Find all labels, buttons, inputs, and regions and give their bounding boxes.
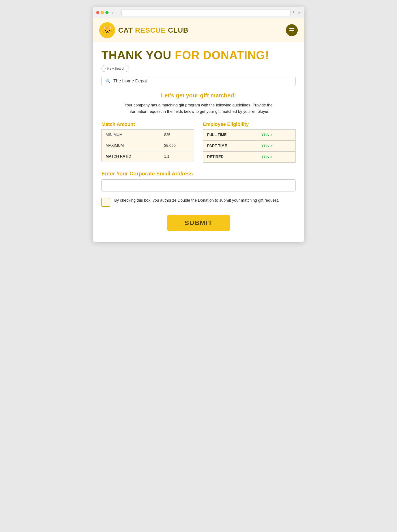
logo-rescue: RESCUE xyxy=(135,26,166,34)
retired-label: RETIRED xyxy=(203,151,257,163)
menu-line-2 xyxy=(289,30,294,31)
search-icon: 🔍 xyxy=(105,78,111,84)
full-time-value: YES ✓ xyxy=(257,129,295,140)
match-ratio-label: MATCH RATIO xyxy=(102,151,160,162)
eligibility-label: Employee Eligibility xyxy=(203,121,296,127)
url-bar[interactable] xyxy=(121,9,291,16)
match-heading: Let's get your gift matched! xyxy=(101,92,296,99)
nav-buttons: ‹ › xyxy=(111,10,119,15)
browser-window: ‹ › ↻ ⤢ 🐱 CAT RESCUE CLUB THANK Y xyxy=(93,7,304,242)
menu-line-3 xyxy=(289,32,294,32)
retired-value: YES ✓ xyxy=(257,151,295,163)
match-amount-table: MINIMUM $25 MAXIMUM $5,000 MATCH RATIO 1… xyxy=(101,129,194,162)
match-amount-label: Match Amount xyxy=(101,121,194,127)
email-section: Enter Your Corporate Email Address xyxy=(101,171,296,192)
table-row: PART TIME YES ✓ xyxy=(203,140,296,151)
thank-you-gold-text: FOR DONATING! xyxy=(175,49,269,61)
checkbox-row: By checking this box, you authorize Doub… xyxy=(101,198,296,207)
search-input[interactable] xyxy=(113,79,292,84)
new-search-button[interactable]: ‹ New Search xyxy=(101,65,129,72)
submit-button[interactable]: SUBMIT xyxy=(167,215,230,231)
thank-you-heading: THANK YOU FOR DONATING! xyxy=(101,49,296,61)
match-amount-section: Match Amount MINIMUM $25 MAXIMUM $5,000 … xyxy=(101,121,194,163)
authorize-text: By checking this box, you authorize Doub… xyxy=(114,198,279,203)
maximize-button[interactable] xyxy=(105,11,109,14)
traffic-lights xyxy=(96,11,109,14)
match-section: Let's get your gift matched! Your compan… xyxy=(101,92,296,115)
maximum-label: MAXIMUM xyxy=(102,140,160,151)
table-row: MINIMUM $25 xyxy=(102,129,194,140)
table-row: RETIRED YES ✓ xyxy=(203,151,296,163)
table-row: FULL TIME YES ✓ xyxy=(203,129,296,140)
maximum-value: $5,000 xyxy=(160,140,194,151)
authorize-checkbox[interactable] xyxy=(101,198,110,207)
part-time-value: YES ✓ xyxy=(257,140,295,151)
logo-text: CAT RESCUE CLUB xyxy=(118,26,188,34)
email-label: Enter Your Corporate Email Address xyxy=(101,171,296,177)
forward-button[interactable]: › xyxy=(115,10,119,15)
logo-area: 🐱 CAT RESCUE CLUB xyxy=(99,22,188,38)
match-description: Your company has a matching gift program… xyxy=(121,102,276,115)
site-header: 🐱 CAT RESCUE CLUB xyxy=(93,18,304,42)
minimum-label: MINIMUM xyxy=(102,129,160,140)
logo-cat: CAT xyxy=(118,26,133,34)
match-ratio-value: 1:1 xyxy=(160,151,194,162)
minimum-value: $25 xyxy=(160,129,194,140)
check-full-time: YES ✓ xyxy=(261,133,273,137)
browser-chrome: ‹ › ↻ ⤢ xyxy=(93,7,304,18)
full-time-label: FULL TIME xyxy=(203,129,257,140)
tables-row: Match Amount MINIMUM $25 MAXIMUM $5,000 … xyxy=(101,121,296,163)
eligibility-table: FULL TIME YES ✓ PART TIME YES ✓ RETIRED … xyxy=(203,129,296,163)
submit-button-wrapper: SUBMIT xyxy=(101,215,296,231)
expand-button[interactable]: ⤢ xyxy=(298,11,301,15)
thank-you-dark-text: THANK YOU xyxy=(101,49,171,61)
search-bar: 🔍 xyxy=(101,76,296,86)
eligibility-section: Employee Eligibility FULL TIME YES ✓ PAR… xyxy=(203,121,296,163)
logo-icon: 🐱 xyxy=(99,22,115,38)
table-row: MATCH RATIO 1:1 xyxy=(102,151,194,162)
menu-line-1 xyxy=(289,28,294,29)
part-time-label: PART TIME xyxy=(203,140,257,151)
close-button[interactable] xyxy=(96,11,99,14)
check-part-time: YES ✓ xyxy=(261,144,273,148)
menu-button[interactable] xyxy=(286,24,298,36)
table-row: MAXIMUM $5,000 xyxy=(102,140,194,151)
back-button[interactable]: ‹ xyxy=(111,10,114,15)
page-content: THANK YOU FOR DONATING! ‹ New Search 🔍 L… xyxy=(93,42,304,242)
minimize-button[interactable] xyxy=(101,11,104,14)
email-input[interactable] xyxy=(101,179,296,192)
logo-club: CLUB xyxy=(168,26,189,34)
check-retired: YES ✓ xyxy=(261,155,273,159)
new-search-label: ‹ New Search xyxy=(105,66,125,70)
refresh-button[interactable]: ↻ xyxy=(293,11,296,15)
